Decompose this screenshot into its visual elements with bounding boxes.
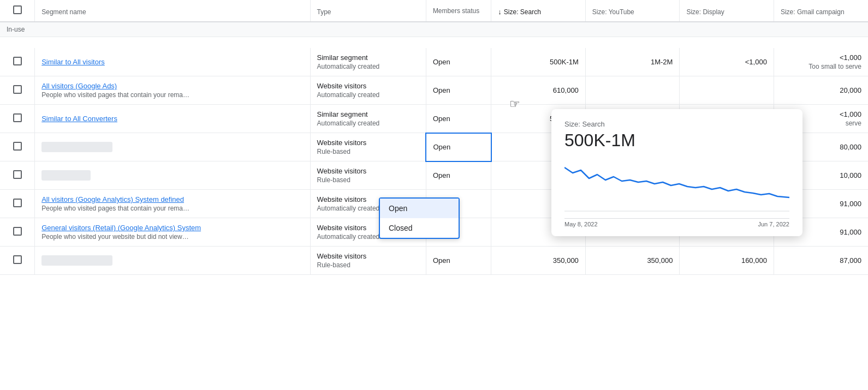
members-status-dropdown[interactable]: Open Closed: [379, 197, 460, 239]
chart-date-start: May 8, 2022: [564, 221, 598, 227]
row-checkbox-cell: [0, 247, 35, 275]
members-status-cell: Open: [426, 247, 491, 275]
dropdown-option-closed[interactable]: Closed: [380, 218, 459, 238]
segment-name-cell: All visitors (Google Ads)People who visi…: [35, 76, 310, 105]
table-row: All visitors (Google Ads)People who visi…: [0, 76, 868, 105]
size-gmail-value: <1,000: [781, 53, 861, 62]
segment-type-cell: Similar segmentAutomatically created: [310, 48, 426, 76]
segment-name-link[interactable]: All visitors (Google Analytics) System d…: [41, 195, 184, 203]
segment-name-cell: [35, 161, 310, 190]
chart-metric-value: 500K-1M: [564, 130, 789, 151]
row-checkbox-cell: [0, 133, 35, 161]
size-gmail-note: Too small to serve: [781, 63, 861, 70]
size-search-chart-tooltip: Size: Search 500K-1M May 8, 2022 Jun 7, …: [551, 109, 802, 236]
section-label: In-use: [0, 22, 868, 37]
row-checkbox[interactable]: [13, 57, 22, 65]
segment-type-cell: Website visitorsRule-based: [310, 247, 426, 275]
members-status-value: Open: [433, 256, 450, 265]
size-youtube-cell: [585, 76, 680, 105]
size-display-cell: 160,000: [680, 247, 774, 275]
header-members-status: Members status: [426, 0, 491, 22]
members-status-value: Open: [433, 171, 450, 179]
size-gmail-cell: <1,000Too small to serve: [774, 48, 868, 76]
segment-type-cell: Similar segmentAutomatically created: [310, 105, 426, 133]
blurred-segment-name: [41, 142, 112, 152]
segment-sub-text: People who visited your website but did …: [41, 233, 303, 241]
segment-type-cell: Website visitorsRule-based: [310, 161, 426, 190]
segment-name-link[interactable]: Similar to All Converters: [41, 115, 117, 123]
sort-down-icon: ↓: [498, 8, 502, 16]
blurred-segment-name: [41, 255, 112, 266]
segment-name-cell: All visitors (Google Analytics) System d…: [35, 190, 310, 218]
row-checkbox-cell: [0, 161, 35, 190]
segment-type-primary: Website visitors: [317, 82, 419, 90]
table-container: Segment name Type Members status ↓ Size:…: [0, 0, 868, 390]
size-display-cell: [680, 76, 774, 105]
members-status-cell: Open: [426, 48, 491, 76]
chart-date-range: May 8, 2022 Jun 7, 2022: [564, 218, 789, 227]
row-checkbox-cell: [0, 190, 35, 218]
select-all-checkbox[interactable]: [13, 5, 22, 14]
size-gmail-cell: 87,000: [774, 247, 868, 275]
row-checkbox[interactable]: [13, 142, 22, 151]
segment-name-cell: Similar to All Converters: [35, 105, 310, 133]
size-display-cell: <1,000: [680, 48, 774, 76]
header-size-search[interactable]: ↓ Size: Search: [491, 0, 586, 22]
members-status-cell: Open: [426, 76, 491, 105]
segment-type-primary: Similar segment: [317, 110, 419, 118]
header-segment-name: Segment name: [35, 0, 310, 22]
segment-sub-text: People who visited pages that contain yo…: [41, 91, 303, 99]
members-status-cell: Open: [426, 105, 491, 133]
row-checkbox[interactable]: [13, 199, 22, 207]
row-checkbox[interactable]: [13, 227, 22, 236]
segment-type-secondary: Rule-based: [317, 176, 419, 184]
segment-type-primary: Website visitors: [317, 167, 419, 175]
header-size-youtube[interactable]: Size: YouTube: [585, 0, 680, 22]
chart-metric-label: Size: Search: [564, 120, 789, 128]
members-status-value: Open: [433, 143, 450, 151]
dropdown-option-open[interactable]: Open: [380, 199, 459, 218]
segment-type-cell: Website visitorsAutomatically created: [310, 76, 426, 105]
segment-type-secondary: Automatically created: [317, 63, 419, 70]
members-status-value: Open: [433, 58, 450, 66]
row-checkbox[interactable]: [13, 85, 22, 94]
segment-type-secondary: Automatically created: [317, 91, 419, 99]
members-status-value: Open: [433, 86, 450, 94]
segment-name-link[interactable]: General visitors (Retail) (Google Analyt…: [41, 224, 201, 232]
row-checkbox-cell: [0, 218, 35, 247]
size-gmail-cell: 20,000: [774, 76, 868, 105]
segment-type-secondary: Rule-based: [317, 148, 419, 155]
size-search-cell: 610,000: [491, 76, 586, 105]
members-status-cell: Open: [426, 161, 491, 190]
size-search-cell: 500K-1M: [491, 48, 586, 76]
row-checkbox[interactable]: [13, 113, 22, 122]
segment-name-link[interactable]: Similar to All visitors: [41, 58, 105, 66]
members-status-cell[interactable]: Open: [426, 133, 491, 161]
row-checkbox-cell: [0, 76, 35, 105]
segment-name-cell: [35, 133, 310, 161]
members-status-value: Open: [433, 115, 450, 123]
row-checkbox[interactable]: [13, 170, 22, 179]
row-checkbox-cell: [0, 105, 35, 133]
blurred-segment-name: [41, 170, 91, 181]
segment-name-cell: [35, 247, 310, 275]
row-checkbox[interactable]: [13, 255, 22, 264]
segment-name-cell: Similar to All visitors: [35, 48, 310, 76]
segment-type-secondary: Automatically created: [317, 119, 419, 127]
header-type: Type: [310, 0, 426, 22]
size-youtube-cell: 350,000: [585, 247, 680, 275]
header-size-display[interactable]: Size: Display: [680, 0, 774, 22]
segment-type-primary: Website visitors: [317, 252, 419, 260]
row-checkbox-cell: [0, 48, 35, 76]
segment-type-primary: Website visitors: [317, 139, 419, 147]
section-in-use: In-use: [0, 22, 868, 37]
size-youtube-cell: 1M-2M: [585, 48, 680, 76]
table-row: Similar to All visitorsSimilar segmentAu…: [0, 48, 868, 76]
table-row: Website visitorsRule-basedOpen350,000350…: [0, 247, 868, 275]
spacer-row: [0, 37, 868, 49]
segment-name-cell: General visitors (Retail) (Google Analyt…: [35, 218, 310, 247]
header-size-gmail[interactable]: Size: Gmail campaign: [774, 0, 868, 22]
segment-type-primary: Similar segment: [317, 53, 419, 62]
header-checkbox-cell: [0, 0, 35, 22]
segment-name-link[interactable]: All visitors (Google Ads): [41, 82, 117, 90]
